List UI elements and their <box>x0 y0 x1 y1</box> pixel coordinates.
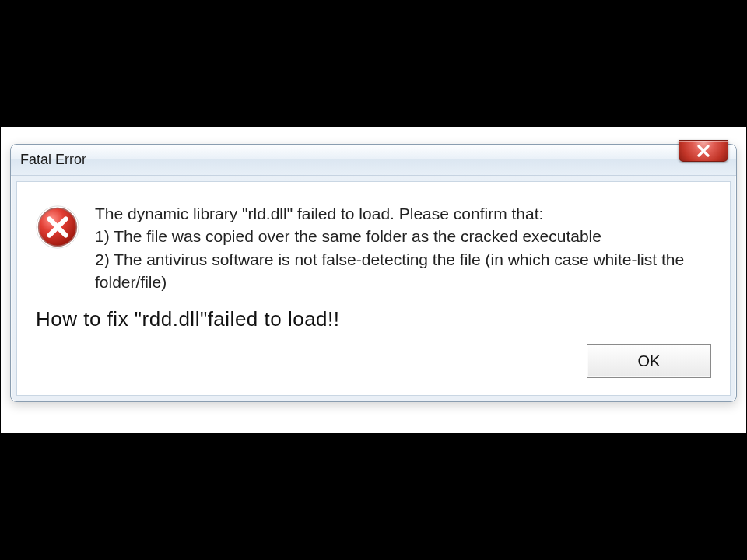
dialog-title: Fatal Error <box>20 152 86 168</box>
titlebar[interactable]: Fatal Error <box>11 145 736 176</box>
message-line-2: 1) The file was copied over the same fol… <box>95 225 711 247</box>
message-line-1: The dynamic library "rld.dll" failed to … <box>95 202 711 225</box>
page-background: Fatal Error <box>1 127 746 434</box>
message-row: The dynamic library "rld.dll" failed to … <box>36 202 711 294</box>
button-row: OK <box>36 344 711 378</box>
error-dialog: Fatal Error <box>10 144 737 403</box>
close-button[interactable] <box>679 140 728 162</box>
ok-button[interactable]: OK <box>587 344 711 378</box>
error-icon <box>36 205 79 249</box>
close-icon <box>696 145 710 157</box>
message-line-3: 2) The antivirus software is not false-d… <box>95 248 711 294</box>
error-message: The dynamic library "rld.dll" failed to … <box>95 202 711 294</box>
dialog-client-area: The dynamic library "rld.dll" failed to … <box>16 181 731 397</box>
overlay-caption: How to fix "rdd.dll"failed to load!! <box>36 307 711 331</box>
